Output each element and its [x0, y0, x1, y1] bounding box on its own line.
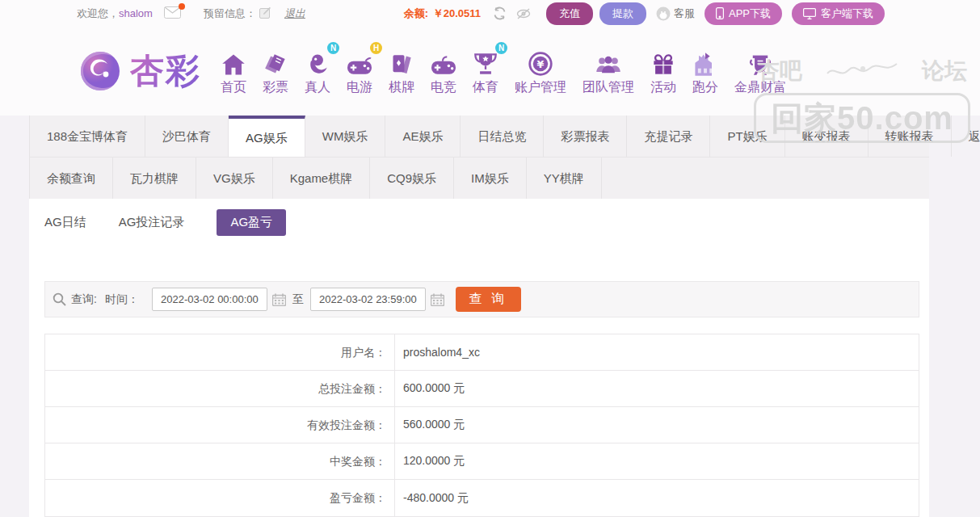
search-icon	[53, 292, 66, 306]
subtab-ag-touzhu[interactable]: AG投注记录	[119, 209, 185, 236]
start-datetime-input[interactable]	[152, 288, 267, 311]
hide-balance-eye-icon[interactable]	[515, 7, 532, 20]
tab-fandian[interactable]: 返点总额	[952, 116, 980, 157]
nav-item-live[interactable]: N 真人	[305, 47, 330, 96]
row-value: proshalom4_xc	[395, 346, 480, 359]
mail-icon[interactable]	[164, 6, 181, 21]
brand-logo[interactable]: 杏彩	[75, 46, 201, 96]
row-label: 中奖金额：	[45, 443, 395, 480]
content-panel: AG日结 AG投注记录 AG盈亏 查询: 时间： 至 查 询 用户名： pros…	[29, 199, 929, 517]
monitor-icon	[803, 8, 816, 19]
end-datetime-input[interactable]	[310, 288, 426, 311]
ag-subtabs: AG日结 AG投注记录 AG盈亏	[44, 209, 929, 236]
tab-ae[interactable]: AE娱乐	[385, 116, 461, 157]
app-download-label: APP下载	[729, 6, 771, 21]
table-row: 盈亏金额： -480.0000 元	[45, 480, 919, 516]
watermark-flourish-icon	[826, 61, 898, 82]
tab-wali[interactable]: 瓦力棋牌	[113, 158, 196, 199]
subtab-ag-yingkui-active[interactable]: AG盈亏	[217, 209, 286, 236]
tab-zhangbian[interactable]: 账变报表	[785, 116, 869, 157]
row-value: 600.0000 元	[395, 381, 465, 396]
query-label: 查询:	[71, 292, 97, 307]
nav-item-esports[interactable]: 电竞	[431, 47, 456, 96]
tab-zhuanzhang[interactable]: 转账报表	[869, 116, 952, 157]
tab-im[interactable]: IM娱乐	[454, 158, 527, 199]
tab-pt[interactable]: PT娱乐	[710, 116, 784, 157]
nav-item-jinding[interactable]: 金鼎财富	[734, 47, 786, 96]
tab-ag-active[interactable]: AG娱乐	[229, 116, 305, 157]
table-row: 用户名： proshalom4_xc	[45, 334, 919, 371]
home-icon	[221, 47, 246, 76]
svg-text:¥: ¥	[537, 57, 545, 69]
ticket-icon	[264, 47, 287, 76]
main-navbar: 杏彩 首页 彩票 N	[0, 27, 980, 116]
nav-item-lottery[interactable]: 彩票	[263, 47, 288, 96]
coin-icon: ¥	[528, 47, 553, 76]
tab-yue-chaxun[interactable]: 余额查询	[29, 158, 113, 199]
cards-icon	[390, 47, 413, 76]
main-nav: 首页 彩票 N 真人	[212, 47, 794, 96]
to-label: 至	[292, 292, 304, 307]
tab-vg[interactable]: VG娱乐	[196, 158, 273, 199]
tab-chongti[interactable]: 充提记录	[627, 116, 710, 157]
gift-icon	[652, 47, 675, 76]
withdraw-button[interactable]: 提款	[599, 2, 646, 25]
table-row: 有效投注金额： 560.0000 元	[45, 407, 919, 443]
hot-badge: H	[370, 42, 382, 54]
customer-service-button[interactable]: 客服	[656, 6, 695, 21]
welcome-text: 欢迎您，	[77, 6, 119, 21]
recharge-button[interactable]: 充值	[546, 2, 593, 25]
service-penguin-icon	[656, 6, 671, 21]
phone-icon	[716, 7, 724, 19]
topbar-right: 余额: ￥20.0511 充值 提款 客服 APP下载	[404, 2, 885, 25]
calendar-icon[interactable]	[431, 293, 444, 306]
tab-kgame[interactable]: Kgame棋牌	[273, 158, 371, 199]
tab-rijie[interactable]: 日结总览	[461, 116, 544, 157]
tab-yy[interactable]: YY棋牌	[527, 158, 602, 199]
client-download-button[interactable]: 客户端下载	[792, 2, 885, 25]
calendar-icon[interactable]	[272, 293, 286, 306]
nav-item-home[interactable]: 首页	[221, 47, 246, 96]
profit-loss-table: 用户名： proshalom4_xc 总投注金额： 600.0000 元 有效投…	[44, 334, 919, 517]
new-badge: N	[327, 42, 339, 54]
nav-item-egame[interactable]: H 电游	[347, 47, 372, 96]
nav-item-paofen[interactable]: 跑分	[692, 47, 718, 96]
nav-item-activity[interactable]: 活动	[650, 47, 676, 96]
balance-label: 余额:	[404, 7, 428, 19]
time-label: 时间：	[105, 292, 139, 307]
trophy-icon: N	[473, 47, 498, 76]
castle-icon	[692, 47, 718, 76]
team-icon	[595, 47, 622, 76]
tab-188jinbaobo[interactable]: 188金宝博体育	[29, 116, 145, 157]
nav-item-team[interactable]: 团队管理	[583, 47, 634, 96]
nav-item-account[interactable]: ¥ 账户管理	[515, 47, 566, 96]
row-value: -480.0000 元	[395, 491, 469, 506]
edit-icon[interactable]	[259, 6, 271, 21]
row-value: 560.0000 元	[395, 418, 465, 432]
tab-caipiao-report[interactable]: 彩票报表	[544, 116, 627, 157]
logout-link[interactable]: 退出	[284, 6, 305, 21]
logo-text: 杏彩	[130, 48, 201, 94]
nav-item-cards[interactable]: 棋牌	[389, 47, 414, 96]
report-tabstrip: 188金宝博体育 沙巴体育 AG娱乐 WM娱乐 AE娱乐 日结总览 彩票报表 充…	[29, 116, 929, 199]
query-bar: 查询: 时间： 至 查 询	[44, 281, 919, 317]
balance-value: ￥20.0511	[433, 7, 481, 19]
refresh-icon[interactable]	[492, 6, 507, 21]
client-download-label: 客户端下载	[821, 6, 873, 21]
subtab-ag-rijie[interactable]: AG日结	[44, 209, 86, 236]
egame-icon: H	[347, 47, 372, 76]
row-label: 总投注金额：	[45, 371, 395, 407]
row-label: 用户名：	[45, 334, 395, 371]
query-button[interactable]: 查 询	[456, 287, 521, 312]
topbar-left: 欢迎您， shalom 预留信息： 退出	[77, 6, 305, 21]
row-value: 120.0000 元	[395, 454, 465, 469]
tab-shaba[interactable]: 沙巴体育	[145, 116, 229, 157]
live-dealer-icon: N	[305, 47, 330, 76]
app-download-button[interactable]: APP下载	[705, 2, 782, 25]
reserved-info-label: 预留信息：	[204, 6, 256, 21]
nav-item-sports[interactable]: N 体育	[473, 47, 498, 96]
ding-icon	[748, 47, 772, 76]
mail-notification-dot	[179, 3, 185, 10]
tab-cq9[interactable]: CQ9娱乐	[370, 158, 454, 199]
tab-wm[interactable]: WM娱乐	[305, 116, 386, 157]
